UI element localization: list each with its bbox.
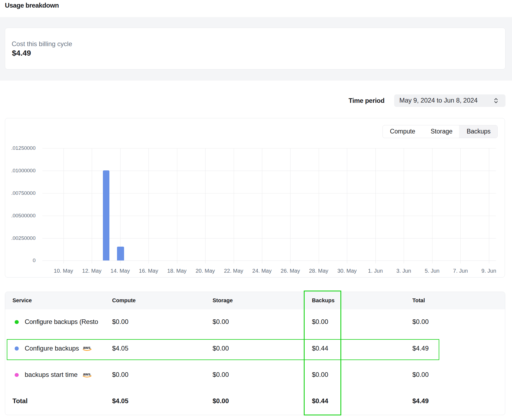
svg-text:aws: aws bbox=[83, 372, 90, 376]
